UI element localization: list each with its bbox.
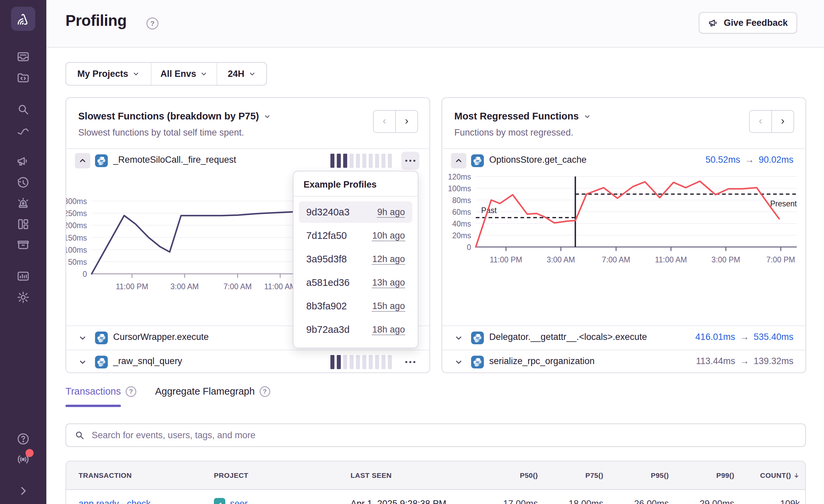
give-feedback-button[interactable]: Give Feedback (699, 12, 797, 34)
slowest-functions-title[interactable]: Slowest Functions (breakdown by P75) (78, 111, 271, 122)
function-row[interactable]: Delegator.__getattr__.<locals>.execute 4… (442, 326, 806, 350)
profile-id-link[interactable]: 9b72aa3d (306, 324, 350, 335)
dashboards-icon (16, 217, 30, 231)
sidebar-item-dashboards[interactable] (0, 217, 46, 231)
profile-age-link[interactable]: 10h ago (372, 231, 405, 241)
sidebar-item-discover[interactable] (0, 103, 46, 116)
profile-item[interactable]: a581ed36 13h ago (299, 272, 412, 293)
sidebar-item-issues[interactable] (0, 50, 46, 63)
profile-item[interactable]: 7d12fa50 10h ago (299, 225, 412, 246)
most-regressed-title-label: Most Regressed Functions (454, 111, 579, 122)
profile-id-link[interactable]: 7d12fa50 (306, 230, 347, 241)
prev-page-button[interactable] (750, 111, 771, 132)
profile-age-link[interactable]: 18h ago (372, 324, 405, 335)
profile-age-link[interactable]: 13h ago (372, 278, 405, 288)
regression-values[interactable]: 113.44ms → 139.32ms (696, 356, 793, 366)
function-name-link[interactable]: _RemoteSiloCall._fire_request (113, 155, 236, 165)
col-project[interactable]: PROJECT (214, 471, 351, 480)
regression-values[interactable]: 416.01ms → 535.40ms (695, 332, 793, 342)
col-transaction[interactable]: TRANSACTION (79, 471, 214, 480)
expand-row-button[interactable] (78, 358, 87, 366)
col-count-sort[interactable]: COUNT() (734, 471, 800, 480)
transaction-link[interactable]: app.ready - check (79, 499, 214, 504)
tab-aggregate-flamegraph[interactable]: Aggregate Flamegraph ? (155, 386, 270, 397)
after-value[interactable]: 90.02ms (759, 155, 793, 165)
profile-id-link[interactable]: 9d3240a3 (306, 207, 350, 218)
most-regressed-title[interactable]: Most Regressed Functions (454, 111, 591, 122)
sidebar-item-performance[interactable] (0, 124, 46, 138)
megaphone-icon (708, 17, 719, 28)
profile-item[interactable]: 9b72aa3d 18h ago (299, 319, 412, 340)
function-options-button[interactable] (401, 152, 419, 170)
function-name-link[interactable]: _raw_snql_query (113, 356, 182, 366)
expand-row-button[interactable] (454, 358, 463, 366)
project-name[interactable]: seer (230, 499, 248, 504)
col-p50[interactable]: P50() (472, 471, 538, 480)
arrow-right-icon: → (740, 356, 749, 366)
environment-filter[interactable]: All Envs (151, 63, 217, 85)
chevron-down-icon (454, 334, 463, 342)
profile-id-link[interactable]: 8b3fa902 (306, 301, 347, 312)
profile-item[interactable]: 8b3fa902 15h ago (299, 295, 412, 317)
sentry-logo[interactable] (11, 7, 35, 31)
col-p75[interactable]: P75() (538, 471, 603, 480)
function-row[interactable]: OptionsStore.get_cache 50.52ms → 90.02ms (442, 149, 806, 172)
project-cell[interactable]: seer (214, 498, 351, 504)
col-last-seen[interactable]: LAST SEEN (351, 471, 472, 480)
svg-text:120ms: 120ms (448, 172, 471, 181)
regression-values[interactable]: 50.52ms → 90.02ms (705, 155, 793, 165)
sidebar-item-settings[interactable] (0, 291, 46, 304)
profile-id-link[interactable]: 3a95d3f8 (306, 254, 347, 265)
sidebar-item-releases[interactable] (0, 238, 46, 251)
profile-age-link[interactable]: 9h ago (377, 207, 405, 217)
expand-row-button[interactable] (78, 334, 87, 342)
next-page-button[interactable] (771, 111, 793, 132)
sidebar-item-help[interactable] (0, 432, 46, 446)
sidebar-item-user-feedback[interactable] (0, 154, 46, 168)
collapse-row-button[interactable] (451, 153, 466, 168)
profile-age-link[interactable]: 12h ago (372, 254, 405, 264)
after-value[interactable]: 535.40ms (753, 332, 793, 342)
transactions-help-icon[interactable]: ? (126, 386, 136, 397)
profile-item[interactable]: 9d3240a3 9h ago (299, 201, 412, 223)
before-value[interactable]: 113.44ms (696, 356, 735, 366)
function-row[interactable]: _RemoteSiloCall._fire_request (66, 149, 429, 172)
prev-page-button[interactable] (374, 111, 395, 132)
after-value[interactable]: 139.32ms (753, 356, 793, 366)
sidebar-expand-button[interactable] (0, 484, 46, 498)
aggregate-flamegraph-help-icon[interactable]: ? (260, 386, 270, 397)
collapse-row-button[interactable] (75, 153, 90, 168)
projects-filter[interactable]: My Projects (66, 63, 151, 85)
chevron-up-icon (454, 156, 463, 165)
expand-row-button[interactable] (454, 334, 463, 342)
table-row[interactable]: app.ready - check seer Apr 1, 2025 9:28:… (66, 490, 805, 504)
before-value[interactable]: 416.01ms (695, 332, 735, 342)
svg-text:3:00 PM: 3:00 PM (712, 255, 740, 264)
profile-age-link[interactable]: 15h ago (372, 301, 405, 311)
sidebar-item-whats-new[interactable] (0, 453, 46, 466)
function-row[interactable]: serialize_rpc_organization 113.44ms → 13… (442, 350, 806, 374)
profile-id-link[interactable]: a581ed36 (306, 277, 350, 288)
profiling-help-icon[interactable]: ? (146, 17, 158, 30)
sidebar-item-explore[interactable] (0, 71, 46, 85)
date-range-filter[interactable]: 24H (217, 63, 266, 85)
profile-item[interactable]: 3a95d3f8 12h ago (299, 248, 412, 270)
col-p99[interactable]: P99() (669, 471, 734, 480)
search-input[interactable] (91, 430, 797, 441)
col-p95[interactable]: P95() (603, 471, 669, 480)
slowest-functions-header: Slowest Functions (breakdown by P75) Slo… (66, 98, 429, 149)
function-name-link[interactable]: CursorWrapper.execute (113, 332, 209, 342)
chevron-down-icon (132, 70, 140, 78)
function-options-button[interactable] (401, 353, 419, 371)
tab-transactions[interactable]: Transactions ? (65, 386, 136, 397)
function-name-link[interactable]: Delegator.__getattr__.<locals>.execute (489, 332, 647, 342)
function-name-link[interactable]: OptionsStore.get_cache (489, 155, 587, 165)
next-page-button[interactable] (395, 111, 417, 132)
before-value[interactable]: 50.52ms (705, 155, 740, 165)
sidebar-item-stats[interactable] (0, 269, 46, 283)
function-name-link[interactable]: serialize_rpc_organization (489, 356, 595, 366)
function-row[interactable]: _raw_snql_query (66, 350, 429, 374)
sidebar-item-replays[interactable] (0, 176, 46, 190)
python-icon (471, 356, 484, 368)
sidebar-item-alerts[interactable] (0, 197, 46, 210)
